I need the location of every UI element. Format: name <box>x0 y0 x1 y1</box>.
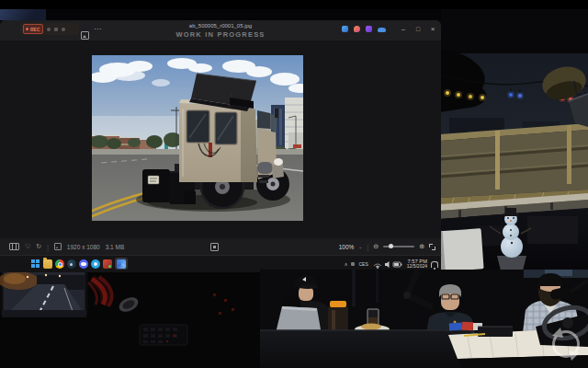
image-filesize: 3.1 MB <box>106 244 125 250</box>
capture-rec-overlay[interactable]: REC <box>20 23 79 35</box>
jar <box>328 301 348 334</box>
photo-viewer-area <box>0 40 441 238</box>
photos-statusbar: ♡ ↻ | 1920 x 1080 3.1 MB 100% ⌄ | ⊖ ⊕ <box>0 238 441 255</box>
door-button-panel <box>140 325 187 345</box>
photos-app-icon <box>117 259 126 269</box>
image-preview-icon[interactable] <box>81 31 89 40</box>
game-view-cab <box>0 268 268 368</box>
file-info-icon <box>54 243 62 250</box>
stream-frame: REC ⋯ ab_500005_r0001_05.jpg WORK IN PRO… <box>0 0 588 368</box>
photos-app-window: REC ⋯ ab_500005_r0001_05.jpg WORK IN PRO… <box>0 20 441 255</box>
zoom-level[interactable]: 100% <box>339 244 355 250</box>
rotate-icon[interactable]: ↻ <box>36 243 41 250</box>
fullscreen-icon[interactable] <box>429 244 435 250</box>
window-title: ab_500005_r0001_05.jpg <box>110 23 331 29</box>
favorite-icon[interactable]: ♡ <box>25 243 30 250</box>
chevron-down-icon[interactable]: ⌄ <box>358 244 362 249</box>
game-view-right <box>440 9 588 270</box>
photo-truck-image <box>92 55 303 221</box>
webcam-feed <box>260 270 588 368</box>
white-panel <box>440 228 484 270</box>
statusbar-divider: | <box>47 244 49 250</box>
taskbar-icon-messenger[interactable] <box>91 259 100 269</box>
desk <box>260 330 471 368</box>
edit-image-icon[interactable] <box>342 26 348 32</box>
capture-settings-icon[interactable] <box>62 28 65 31</box>
taskbar-icon-photos-active[interactable] <box>115 258 128 270</box>
wifi-icon <box>377 267 379 269</box>
close-button[interactable]: × <box>428 25 437 33</box>
status-icons[interactable] <box>372 259 403 269</box>
taskbar-clock[interactable]: 7:57 PM 12/5/2024 <box>407 259 427 270</box>
taskbar-icon-discord[interactable] <box>79 259 88 269</box>
taskbar-icon-chrome[interactable] <box>55 259 64 269</box>
fit-to-window-icon[interactable] <box>210 243 219 251</box>
image-resolution: 1920 x 1080 <box>67 244 100 250</box>
zoom-in-icon[interactable]: ⊕ <box>419 243 424 250</box>
zoom-out-icon[interactable]: ⊖ <box>373 243 379 250</box>
wallpaper-detail <box>0 9 46 20</box>
ai-enhance-icon[interactable] <box>366 26 372 32</box>
rec-dot-icon <box>26 28 28 30</box>
notifications-bell-icon[interactable] <box>431 261 438 268</box>
desktop-capture: REC ⋯ ab_500005_r0001_05.jpg WORK IN PRO… <box>0 9 441 271</box>
speaker-icon <box>385 261 390 268</box>
photos-titlebar: REC ⋯ ab_500005_r0001_05.jpg WORK IN PRO… <box>0 20 441 40</box>
webcam-scene <box>260 270 588 368</box>
statusbar-divider: | <box>368 244 369 250</box>
maximize-button[interactable]: □ <box>413 26 423 32</box>
capture-mic-icon[interactable] <box>54 28 58 31</box>
rec-label: REC <box>30 27 40 32</box>
taskbar-icon-game-launcher[interactable] <box>103 259 112 269</box>
zoom-slider-handle[interactable] <box>389 244 393 248</box>
hidden-icons-chevron[interactable]: ∧ <box>345 261 348 267</box>
onedrive-icon[interactable] <box>378 28 386 32</box>
taskbar-icon-start[interactable] <box>31 259 40 269</box>
filmstrip-icon[interactable] <box>9 243 19 250</box>
language-indicator[interactable]: CES <box>358 261 368 267</box>
tray-app-icon[interactable] <box>351 262 355 266</box>
minimize-button[interactable]: – <box>399 26 408 32</box>
zoom-slider[interactable] <box>383 246 414 247</box>
side-mirror <box>0 270 86 317</box>
desktop-wallpaper-strip <box>0 9 441 20</box>
wip-caption: WORK IN PROGRESS <box>110 30 331 39</box>
visual-search-icon[interactable] <box>354 26 360 32</box>
capture-camera-icon[interactable] <box>47 28 51 31</box>
rec-badge: REC <box>23 24 43 34</box>
taskbar-icon-file-explorer[interactable] <box>43 259 52 269</box>
taskbar-icon-steam[interactable] <box>67 259 76 269</box>
window-title-area: ab_500005_r0001_05.jpg WORK IN PROGRESS <box>110 20 331 39</box>
more-options-icon[interactable]: ⋯ <box>94 26 101 33</box>
